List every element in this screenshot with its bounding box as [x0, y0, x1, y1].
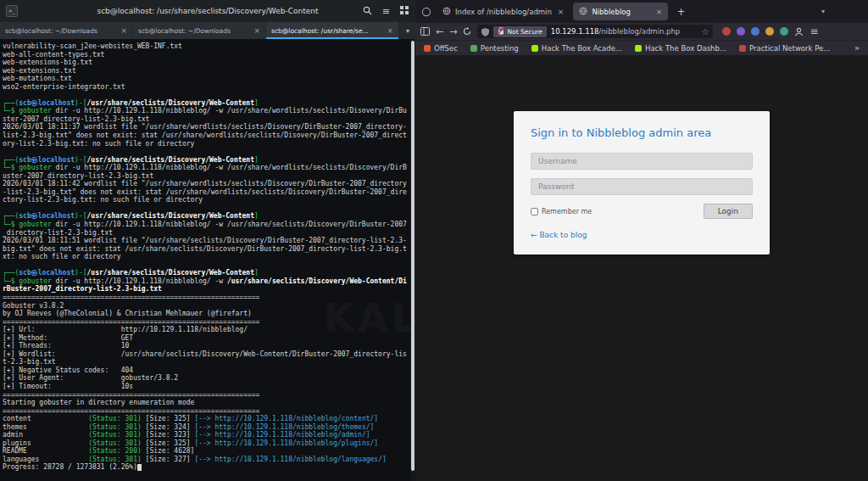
sidebar-icon[interactable]	[420, 27, 430, 36]
bookmark-star-icon[interactable]: ☆	[701, 27, 709, 36]
tab-list-chevron-icon[interactable]: ▾	[400, 22, 415, 39]
terminal-line: └─$ gobuster dir -u http://10.129.1.118/…	[3, 277, 410, 286]
not-secure-badge[interactable]: Not Secure	[493, 26, 546, 37]
terminal-line: Starting gobuster in directory enumerati…	[3, 399, 410, 407]
terminal-line: [+] User Agent: gobuster/3.8.2	[3, 374, 410, 383]
password-field[interactable]	[531, 178, 753, 195]
terminal-tab[interactable]: scb@localhost: /usr/share/se...×	[266, 22, 398, 39]
extension-3-icon[interactable]	[751, 27, 760, 36]
terminal-window: >_ scb@localhost: /usr/share/seclists/Di…	[0, 0, 415, 481]
new-tab-button[interactable]: +	[671, 6, 690, 18]
terminal-line: [+] Negative Status codes: 404	[3, 366, 410, 375]
back-to-blog-link[interactable]: ← Back to blog	[531, 231, 587, 239]
remember-me-label[interactable]: Remember me	[531, 208, 592, 215]
tab-close-icon[interactable]: ×	[558, 8, 565, 16]
terminal-line: ========================================…	[3, 407, 410, 416]
username-field[interactable]	[531, 153, 753, 170]
bookmark-favicon	[470, 45, 477, 52]
terminal-line: themes (Status: 301) [Size: 324] [--> ht…	[3, 423, 410, 432]
browser-navbar: ← → Not Secure 10.129.1.118/nibbleblog/a…	[415, 23, 868, 40]
app-menu-icon[interactable]: ≡	[810, 26, 818, 36]
terminal-tab-label: scb@localhost: ~/Downloads	[138, 27, 250, 35]
terminal-tab-label: scb@localhost: ~/Downloads	[5, 27, 117, 35]
extension-4-icon[interactable]	[765, 27, 774, 36]
tab-close-icon[interactable]: ×	[387, 26, 393, 35]
tab-close-icon[interactable]: ×	[120, 26, 127, 35]
terminal-app-icon: >_	[6, 5, 18, 17]
terminal-line	[3, 148, 410, 156]
bookmark-item[interactable]: Practical Network Pe...	[739, 44, 830, 53]
terminal-line: Gobuster v3.8.2	[3, 302, 410, 310]
bookmark-item[interactable]: OffSec	[424, 44, 458, 53]
shield-icon[interactable]	[481, 24, 489, 40]
url-bar[interactable]: Not Secure 10.129.1.118/nibbleblog/admin…	[477, 25, 713, 38]
terminal-line: ┌──(scb㉿localhost)-[/usr/share/seclists/…	[3, 156, 410, 165]
terminal-line: uster-2007_directory-list-2.3-big.txt	[3, 172, 410, 181]
login-button[interactable]: Login	[704, 204, 753, 219]
remember-me-checkbox[interactable]	[531, 208, 538, 215]
terminal-line: [+] Wordlist: /usr/share/seclists/Discov…	[3, 350, 410, 359]
terminal-line: [+] Timeout: 10s	[3, 383, 410, 391]
terminal-line: ┌──(scb㉿localhost)-[/usr/share/seclists/…	[3, 99, 410, 108]
bookmark-label: Practical Network Pe...	[749, 44, 830, 53]
grid-icon[interactable]	[400, 6, 409, 16]
forward-button[interactable]: →	[449, 27, 457, 36]
browser-tab[interactable]: Nibbleblog×	[573, 3, 668, 20]
browser-window: Index of /nibbleblog/admin×Nibbleblog× +…	[415, 0, 868, 481]
url-text: 10.129.1.118/nibbleblog/admin.php	[551, 27, 698, 36]
browser-tab-title: Nibbleblog	[592, 8, 649, 16]
extension-5-icon[interactable]	[780, 27, 788, 36]
bookmark-item[interactable]: Hack The Box Acade...	[531, 44, 622, 53]
bookmark-item[interactable]: Pentesting	[470, 44, 519, 53]
bookmarks-overflow-icon[interactable]: »	[854, 43, 860, 53]
url-domain: 10.129.1.118	[551, 27, 599, 36]
extension-1-icon[interactable]	[722, 27, 731, 36]
terminal-line: list-2.3-big.txt" does not exist: stat /…	[3, 131, 410, 140]
bookmark-label: Hack The Box Acade...	[542, 44, 622, 53]
terminal-window-title: scb@localhost: /usr/share/seclists/Disco…	[97, 7, 318, 15]
terminal-line: plugins (Status: 301) [Size: 325] [--> h…	[3, 439, 410, 448]
tab-close-icon[interactable]: ×	[253, 26, 260, 35]
terminal-line: -list-2.3-big.txt" does not exist: stat …	[3, 188, 410, 197]
terminal-line: ┌──(scb㉿localhost)-[/usr/share/seclists/…	[3, 212, 410, 221]
terminal-line: └─$ gobuster dir -u http://10.129.1.118/…	[3, 107, 410, 115]
tab-close-icon[interactable]: ×	[656, 8, 663, 16]
browser-tab[interactable]: Index of /nibbleblog/admin×	[437, 3, 570, 20]
terminal-tab[interactable]: scb@localhost: ~/Downloads×	[133, 22, 265, 39]
terminal-line: ========================================…	[3, 318, 410, 327]
terminal-line: wso2-enterprise-integrator.txt	[3, 83, 410, 92]
profile-icon[interactable]	[794, 27, 804, 36]
terminal-line: ========================================…	[3, 294, 410, 302]
terminal-line: [+] Threads: 10	[3, 342, 410, 350]
terminal-line: big.txt" does not exist: stat /usr/share…	[3, 245, 410, 254]
insecure-lock-icon	[498, 27, 504, 36]
terminal-output[interactable]: vulnerability-scan_j2ee-websites_WEB-INF…	[0, 39, 410, 481]
login-row: Remember me Login	[531, 204, 753, 219]
terminal-line: web-extensions-big.txt	[3, 59, 410, 67]
terminal-line: content (Status: 301) [Size: 325] [--> h…	[3, 415, 410, 423]
terminal-line: ========================================…	[3, 391, 410, 400]
terminal-titlebar[interactable]: >_ scb@localhost: /usr/share/seclists/Di…	[0, 0, 415, 22]
terminal-line: └─$ gobuster dir -u http://10.129.1.118/…	[3, 164, 410, 172]
terminal-line	[3, 91, 410, 99]
terminal-line: [+] Method: GET	[3, 334, 410, 343]
terminal-tab[interactable]: scb@localhost: ~/Downloads×	[0, 22, 132, 39]
search-icon[interactable]	[363, 6, 372, 17]
bookmark-favicon	[635, 45, 642, 52]
bookmarks-bar: OffSecPentestingHack The Box Acade...Hac…	[415, 40, 868, 55]
bookmark-item[interactable]: Hack The Box Dashb...	[635, 44, 726, 53]
back-button[interactable]: ←	[436, 27, 443, 36]
extension-2-icon[interactable]	[737, 27, 745, 36]
browser-tab-title: Index of /nibbleblog/admin	[455, 8, 552, 16]
terminal-line: ory-list-2.3-big.txt: no such file or di…	[3, 140, 410, 148]
page-content: Sign in to Nibbleblog admin area Remembe…	[415, 55, 868, 481]
menu-icon[interactable]: ≡	[382, 7, 390, 16]
list-all-tabs-chevron-icon[interactable]: ▾	[821, 8, 864, 15]
reload-button[interactable]	[463, 27, 471, 36]
terminal-line: 2026/03/01 18:11:42 wordlist file "/usr/…	[3, 180, 410, 188]
scrollbar-thumb[interactable]	[411, 41, 415, 471]
firefox-view-icon[interactable]	[420, 5, 433, 19]
terminal-line: t-2.3-big.txt	[3, 358, 410, 366]
remember-me-text: Remember me	[542, 208, 592, 215]
terminal-line: ster-2007_directory-list-2.3-big.txt	[3, 115, 410, 124]
